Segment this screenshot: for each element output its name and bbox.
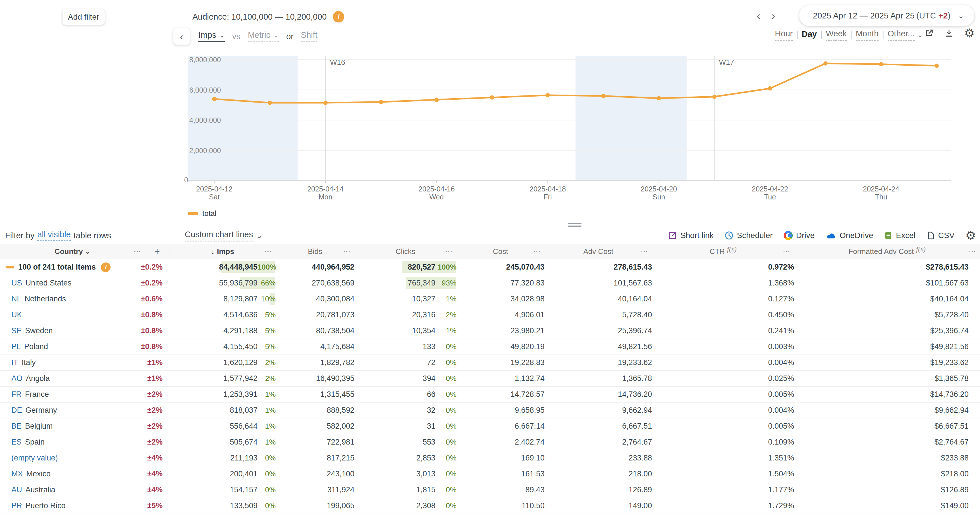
- table-row[interactable]: USUnited States±0.2%55,936,79966%270,638…: [0, 275, 980, 291]
- country-name: United States: [25, 279, 72, 287]
- svg-text:Sat: Sat: [209, 193, 220, 201]
- imps-cell: 1,577,9422%: [162, 371, 276, 386]
- column-menu-icon[interactable]: ⋯: [445, 247, 452, 256]
- toolbar-scheduler-button[interactable]: Scheduler: [724, 231, 773, 240]
- table-row[interactable]: AUAustralia±4%154,1570%311,9241,8150%89.…: [0, 482, 980, 498]
- clicks-cell: 10,3541%: [355, 323, 457, 339]
- country-name: Spain: [25, 438, 45, 447]
- custom-chart-lines-select[interactable]: Custom chart lines ⌄: [185, 230, 262, 241]
- total-items-label: 100 of 241 total items: [18, 263, 96, 271]
- toolbar-short-link-button[interactable]: Short link: [668, 231, 714, 240]
- table-row[interactable]: PLPoland±0.8%4,155,4505%4,175,6841330%49…: [0, 339, 980, 355]
- table-row[interactable]: UK±0.8%4,514,6365%20,781,07320,3162%4,90…: [0, 307, 980, 323]
- formatted-adv-cost-cell: $2,764.67: [794, 435, 969, 450]
- change-cell: ±0.8%: [125, 307, 162, 323]
- country-code: SE: [11, 327, 22, 335]
- imps-cell: 200,4010%: [162, 466, 276, 482]
- column-header-country[interactable]: Country⌄ ⋯: [0, 244, 145, 259]
- formatted-adv-cost-cell: $6,667.51: [794, 419, 969, 434]
- table-row[interactable]: PRPuerto Rico±5%133,5090%199,0652,3080%1…: [0, 498, 980, 514]
- column-menu-icon[interactable]: ⋯: [343, 247, 350, 256]
- column-menu-icon[interactable]: ⋯: [134, 247, 141, 256]
- info-icon[interactable]: i: [101, 262, 111, 272]
- bids-cell: 40,300,084: [276, 291, 355, 307]
- cost-cell: 4,906.01: [457, 307, 544, 323]
- table-row[interactable]: FRFrance±2%1,253,3911%1,315,455660%14,72…: [0, 387, 980, 403]
- clicks-cell: 5530%: [355, 435, 457, 450]
- toolbar-drive-button[interactable]: Drive: [784, 231, 815, 240]
- column-header-formatted-adv-cost[interactable]: Formatted Adv Costf(x) ⋯: [794, 244, 980, 259]
- toolbar-excel-button[interactable]: Excel: [884, 231, 915, 240]
- all-visible-link[interactable]: all visible: [37, 230, 71, 241]
- svg-text:Fri: Fri: [543, 193, 552, 201]
- svg-text:W17: W17: [719, 58, 734, 67]
- svg-text:6,000,000: 6,000,000: [189, 86, 221, 94]
- column-menu-icon[interactable]: ⋯: [264, 247, 272, 256]
- cost-cell: 2,402.74: [457, 435, 544, 450]
- table-row[interactable]: NLNetherlands±0.6%8,129,80710%40,300,084…: [0, 291, 980, 307]
- svg-text:8,000,000: 8,000,000: [189, 56, 221, 63]
- country-name: Sweden: [25, 327, 53, 335]
- ctr-cell: 0.972%: [652, 259, 794, 275]
- sort-desc-icon: ↓: [211, 247, 215, 256]
- bids-cell: 311,924: [276, 482, 355, 498]
- table-body: 100 of 241 total itemsi±0.2%84,448,94510…: [0, 259, 980, 514]
- column-header-clicks[interactable]: Clicks ⋯: [355, 244, 457, 259]
- svg-text:2025-04-22: 2025-04-22: [752, 185, 788, 193]
- cost-cell: 89.43: [457, 482, 544, 498]
- table-row[interactable]: DEGermany±2%818,0371%888,592320%9,658.95…: [0, 403, 980, 419]
- timeseries-chart[interactable]: W16W172,000,0004,000,0006,000,0008,000,0…: [0, 0, 980, 210]
- add-column-button[interactable]: +: [145, 244, 169, 259]
- change-cell: ±0.2%: [125, 275, 162, 291]
- column-menu-icon[interactable]: ⋯: [969, 247, 976, 256]
- ctr-cell: 0.003%: [652, 339, 794, 355]
- legend-color-dash: [188, 212, 198, 215]
- legend-item-total[interactable]: total: [188, 209, 216, 218]
- country-cell: PLPoland: [0, 339, 125, 355]
- table-row[interactable]: AOAngola±1%1,577,9422%16,490,3953940%1,1…: [0, 371, 980, 387]
- country-code: BE: [11, 422, 22, 431]
- change-cell: ±4%: [125, 482, 162, 498]
- table-row[interactable]: ESSpain±2%505,6741%722,9815530%2,402.742…: [0, 435, 980, 450]
- table-row[interactable]: (empty value)±4%211,1930%817,2152,8530%1…: [0, 450, 980, 466]
- column-header-adv-cost[interactable]: Adv Cost ⋯: [544, 244, 652, 259]
- table-settings-gear-icon[interactable]: ⚙: [965, 230, 976, 241]
- column-menu-icon[interactable]: ⋯: [641, 247, 648, 256]
- clicks-cell: 2,8530%: [355, 450, 457, 466]
- toolbar-onedrive-button[interactable]: OneDrive: [826, 230, 873, 241]
- imps-cell: 1,253,3911%: [162, 387, 276, 402]
- column-header-imps[interactable]: ↓ Imps ⋯: [169, 244, 276, 259]
- chevron-down-icon: ⌄: [85, 248, 91, 255]
- country-name: Angola: [26, 374, 50, 383]
- column-menu-icon[interactable]: ⋯: [533, 247, 541, 256]
- change-cell: ±0.8%: [125, 323, 162, 339]
- table-row[interactable]: 100 of 241 total itemsi±0.2%84,448,94510…: [0, 259, 980, 275]
- column-header-cost[interactable]: Cost ⋯: [457, 244, 544, 259]
- filter-by-control: Filter by all visible table rows: [5, 230, 111, 241]
- imps-cell: 133,5090%: [162, 498, 276, 514]
- column-header-bids[interactable]: Bids ⋯: [276, 244, 355, 259]
- toolbar-csv-button[interactable]: CSV: [926, 231, 955, 240]
- column-menu-icon[interactable]: ⋯: [783, 247, 790, 256]
- country-name: Italy: [22, 358, 36, 367]
- imps-cell: 8,129,80710%: [162, 291, 276, 307]
- export-toolbar: Short linkSchedulerDriveOneDriveExcelCSV…: [668, 230, 976, 241]
- formatted-adv-cost-cell: $14,736.20: [794, 387, 969, 402]
- adv-cost-cell: 9,662.94: [544, 403, 652, 418]
- imps-cell: 4,291,1885%: [162, 323, 276, 339]
- table-row[interactable]: BEBelgium±2%556,6441%582,002310%6,667.14…: [0, 419, 980, 435]
- table-row[interactable]: SESweden±0.8%4,291,1885%80,738,50410,354…: [0, 323, 980, 339]
- imps-cell: 1,620,1292%: [162, 355, 276, 370]
- country-code: DE: [11, 406, 22, 415]
- ctr-cell: 0.109%: [652, 435, 794, 450]
- country-cell: 100 of 241 total itemsi: [0, 259, 125, 275]
- change-cell: ±2%: [125, 419, 162, 434]
- adv-cost-cell: 101,567.63: [544, 275, 652, 291]
- onedrive-cloud-icon: [826, 230, 836, 241]
- filter-toolbar-row: Filter by all visible table rows Custom …: [0, 227, 980, 244]
- country-cell: AOAngola: [0, 371, 125, 386]
- table-row[interactable]: MXMexico±4%200,4010%243,1003,0130%161.53…: [0, 466, 980, 482]
- column-header-ctr[interactable]: CTRf(x) ⋯: [652, 244, 794, 259]
- ctr-cell: 0.025%: [652, 371, 794, 386]
- table-row[interactable]: ITItaly±1%1,620,1292%1,829,782720%19,228…: [0, 355, 980, 371]
